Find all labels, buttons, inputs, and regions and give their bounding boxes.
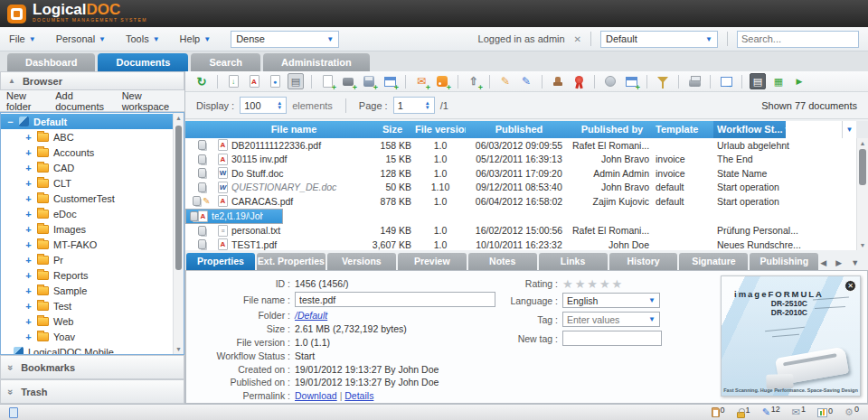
- details-link[interactable]: Details: [344, 390, 373, 401]
- tree-node-logicaldoc-mobile[interactable]: LogicalDOC Mobile: [1, 344, 184, 355]
- tree-node-mtfako[interactable]: +MT-FAKO: [1, 237, 184, 252]
- column-published-by[interactable]: Published by: [572, 124, 652, 135]
- tab-links[interactable]: Links: [539, 253, 608, 270]
- workflow-globe-icon[interactable]: [602, 73, 618, 89]
- menu-help[interactable]: Help▼: [180, 33, 212, 44]
- column-published[interactable]: Published: [466, 124, 572, 135]
- tree-node-accounts[interactable]: +Accounts: [1, 145, 184, 160]
- tasks-counter[interactable]: ⚙0: [844, 406, 859, 418]
- tab-properties[interactable]: Properties: [186, 253, 255, 270]
- locked-docs-counter[interactable]: 1: [737, 407, 750, 418]
- filename-input[interactable]: [295, 292, 495, 307]
- export-list-icon[interactable]: [718, 73, 734, 89]
- display-count-stepper[interactable]: 100▲▼: [240, 97, 287, 114]
- column-template[interactable]: Template: [652, 124, 713, 135]
- search-input[interactable]: [741, 33, 868, 44]
- tree-node-web[interactable]: +Web: [1, 313, 184, 329]
- tab-dashboard[interactable]: Dashboard: [7, 53, 95, 71]
- tree-node-customertest[interactable]: +CustomerTest: [1, 191, 184, 206]
- add-documents-button[interactable]: Add documents: [55, 90, 110, 112]
- table-row[interactable]: WDo Stuff.doc 128 KB1.0 06/03/2011 17:09…: [185, 166, 868, 181]
- expand-toggle[interactable]: +: [24, 331, 33, 342]
- expand-toggle[interactable]: +: [24, 224, 33, 235]
- menu-personal[interactable]: Personal▼: [56, 33, 106, 44]
- checked-out-counter[interactable]: ✎12: [762, 406, 780, 418]
- browser-panel-header[interactable]: ▲ Browser: [0, 71, 184, 90]
- expand-toggle[interactable]: +: [24, 255, 33, 266]
- tree-node-images[interactable]: +Images: [1, 221, 184, 237]
- print-icon[interactable]: [686, 73, 703, 89]
- expand-toggle[interactable]: +: [24, 193, 33, 204]
- tab-search[interactable]: Search: [191, 53, 260, 71]
- tree-node-pr[interactable]: +Pr: [1, 252, 184, 267]
- clipboard-counter[interactable]: 0: [712, 407, 725, 417]
- page-stepper[interactable]: 1▲▼: [393, 97, 435, 114]
- stamp-icon[interactable]: [550, 73, 566, 89]
- tag-select[interactable]: Enter values▼: [562, 312, 660, 327]
- column-file-name[interactable]: File name: [218, 124, 370, 135]
- expand-toggle[interactable]: +: [24, 132, 33, 143]
- tab-versions[interactable]: Versions: [327, 253, 396, 270]
- tab-history[interactable]: History: [609, 253, 678, 270]
- add-from-clipboard-icon[interactable]: +: [361, 73, 377, 89]
- expand-toggle[interactable]: +: [24, 270, 33, 281]
- tree-node-reports[interactable]: +Reports: [1, 267, 184, 283]
- expand-toggle[interactable]: +: [24, 301, 33, 312]
- table-row[interactable]: ✎ ACARACAS.pdf 878 KB1.0 06/04/2012 16:5…: [185, 194, 868, 209]
- bulk-update-icon[interactable]: ✎: [518, 73, 534, 89]
- digital-signature-icon[interactable]: [571, 73, 587, 89]
- column-picker-icon[interactable]: ▼: [842, 121, 856, 138]
- expand-toggle[interactable]: +: [24, 239, 33, 250]
- download-document-icon[interactable]: ↓: [225, 73, 241, 89]
- scroll-up-icon[interactable]: ▲: [174, 115, 184, 121]
- logout-icon[interactable]: ✕: [574, 34, 581, 44]
- add-form-icon[interactable]: +: [382, 73, 398, 89]
- tree-node-test[interactable]: +Test: [1, 298, 184, 313]
- events-counter[interactable]: 0: [817, 408, 833, 417]
- scroll-up-icon[interactable]: ▲: [857, 140, 868, 146]
- density-select[interactable]: Dense▼: [231, 31, 339, 48]
- expand-toggle[interactable]: +: [24, 163, 33, 173]
- tab-administration[interactable]: Administration: [263, 53, 370, 71]
- trash-panel-header[interactable]: » Trash: [0, 379, 184, 404]
- tree-node-yoav[interactable]: +Yoav: [1, 329, 184, 344]
- column-size[interactable]: Size: [370, 124, 415, 135]
- rating-stars-icon[interactable]: ★★★★★: [562, 278, 624, 290]
- tabs-scroll-right-icon[interactable]: ▶: [835, 258, 842, 267]
- scan-icon[interactable]: ▤: [288, 73, 304, 89]
- bulk-upload-icon[interactable]: ⇧+: [466, 73, 482, 89]
- new-workspace-button[interactable]: New workspace: [122, 90, 178, 112]
- folder-link[interactable]: /Default: [295, 309, 327, 322]
- tab-documents[interactable]: Documents: [98, 53, 188, 71]
- list-scrollbar[interactable]: ▲ ▼: [856, 138, 868, 250]
- tree-node-edoc[interactable]: +eDoc: [1, 206, 184, 221]
- add-email-icon[interactable]: ✉+: [413, 73, 429, 89]
- tab-signature[interactable]: Signature: [679, 253, 748, 270]
- tree-node-default[interactable]: − Default: [1, 114, 184, 129]
- workspace-select[interactable]: Default▼: [600, 31, 718, 48]
- tabs-scroll-left-icon[interactable]: ◀: [820, 258, 826, 267]
- export-document-icon[interactable]: ●: [267, 73, 283, 89]
- tab-ext-properties[interactable]: Ext. Properties: [257, 253, 326, 270]
- list-view-toggle-icon[interactable]: ▤: [750, 73, 766, 89]
- tab-publishing[interactable]: Publishing: [750, 253, 818, 270]
- bookmarks-panel-header[interactable]: » Bookmarks: [0, 355, 184, 379]
- tree-node-abc[interactable]: +ABC: [1, 129, 184, 145]
- tab-notes[interactable]: Notes: [468, 253, 537, 270]
- grid-view-toggle-icon[interactable]: ▦: [770, 73, 787, 89]
- download-link[interactable]: Download: [295, 390, 337, 401]
- table-row[interactable]: A30115 inv.pdf 15 KB1.0 05/12/2011 16:39…: [185, 153, 868, 167]
- column-file-version[interactable]: File version: [415, 124, 466, 135]
- table-row[interactable]: ADB201111122336.pdf 158 KB1.0 06/03/2012…: [185, 138, 868, 153]
- add-document-icon[interactable]: +: [319, 73, 335, 89]
- checkout-edit-icon[interactable]: ✎: [497, 73, 514, 89]
- table-row[interactable]: ATEST1.pdf 3,607 KB1.0 10/10/2011 16:23:…: [185, 238, 868, 252]
- expand-toggle[interactable]: +: [24, 209, 33, 219]
- stepper-arrows-icon[interactable]: ▲▼: [425, 101, 430, 110]
- table-row[interactable]: WQUESTIONARY_DE.doc 50 KB1.10 09/12/2011…: [185, 181, 868, 195]
- refresh-icon[interactable]: ↻: [193, 73, 210, 89]
- tree-node-sample[interactable]: +Sample: [1, 283, 184, 298]
- menu-file[interactable]: File▼: [9, 33, 36, 44]
- add-from-scanner-icon[interactable]: +: [340, 73, 356, 89]
- expand-toggle[interactable]: +: [24, 316, 33, 327]
